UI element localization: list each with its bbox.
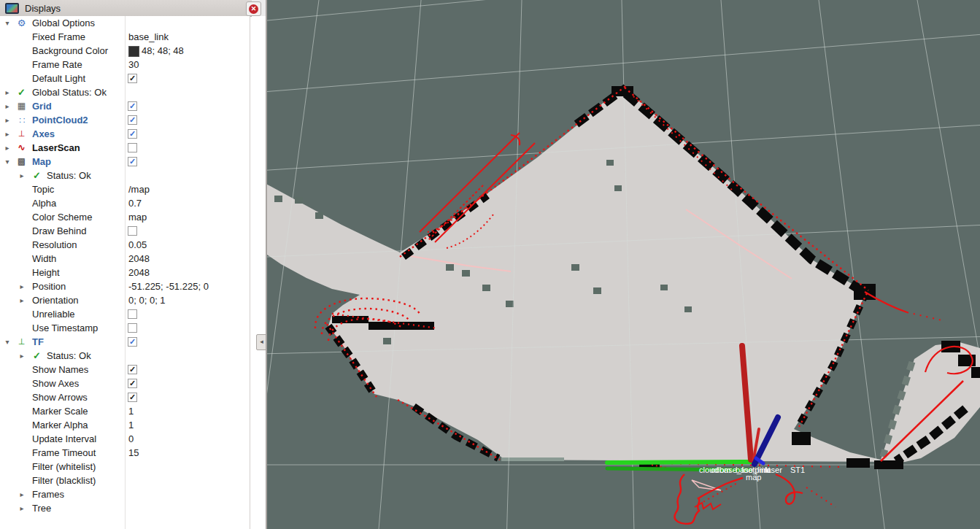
color-swatch[interactable] — [128, 46, 139, 57]
property-value-cell[interactable]: 0.05 — [126, 238, 248, 252]
property-value-cell[interactable] — [126, 169, 248, 182]
expand-arrow-icon[interactable]: ▸ — [18, 169, 26, 182]
property-row-show-axes[interactable]: Show Axes✓ — [0, 377, 250, 390]
property-row-tf[interactable]: ▾⟂TF✓ — [0, 335, 250, 349]
property-row-map[interactable]: ▾▩Map✓ — [0, 155, 250, 169]
panel-titlebar[interactable]: Displays — [0, 0, 252, 17]
property-value-cell[interactable]: ✓ — [126, 363, 248, 377]
property-row-tree[interactable]: ▸Tree — [0, 501, 250, 515]
property-value-cell[interactable]: 30 — [126, 58, 248, 72]
property-value-cell[interactable]: ✓ — [126, 127, 248, 141]
collapse-arrow-icon[interactable]: ▾ — [3, 335, 12, 349]
checkbox-checked[interactable]: ✓ — [128, 74, 137, 83]
property-value[interactable]: 2048 — [128, 266, 150, 279]
property-row-marker-scale[interactable]: Marker Scale1 — [0, 404, 250, 418]
property-row-pointcloud2[interactable]: ▸⸬PointCloud2✓ — [0, 113, 250, 127]
expand-arrow-icon[interactable]: ▸ — [18, 349, 26, 363]
property-row-color-scheme[interactable]: Color Schememap — [0, 210, 250, 224]
collapse-arrow-icon[interactable]: ▾ — [3, 16, 12, 30]
property-row-default-light[interactable]: Default Light✓ — [0, 72, 250, 85]
property-value-cell[interactable]: 2048 — [126, 266, 248, 279]
property-value-cell[interactable] — [126, 349, 248, 363]
property-value-cell[interactable]: ✓ — [126, 99, 248, 113]
property-row-filter-whitelist-[interactable]: Filter (whitelist) — [0, 460, 250, 474]
expand-arrow-icon[interactable]: ▸ — [18, 279, 26, 293]
property-value[interactable]: -51.225; -51.225; 0 — [128, 279, 209, 293]
property-row-show-names[interactable]: Show Names✓ — [0, 363, 250, 377]
property-value-cell[interactable] — [126, 141, 248, 155]
checkbox-unchecked[interactable] — [128, 143, 137, 152]
property-value-cell[interactable]: 0; 0; 0; 1 — [126, 293, 248, 307]
property-value[interactable]: 1 — [128, 418, 134, 432]
property-row-frame-timeout[interactable]: Frame Timeout15 — [0, 446, 250, 460]
property-value-cell[interactable] — [126, 224, 248, 238]
property-value-cell[interactable] — [126, 321, 248, 335]
checkbox-unchecked[interactable] — [128, 323, 137, 333]
expand-arrow-icon[interactable]: ▸ — [3, 85, 12, 99]
property-row-filter-blacklist-[interactable]: Filter (blacklist) — [0, 474, 250, 487]
property-row-draw-behind[interactable]: Draw Behind — [0, 224, 250, 238]
property-row-width[interactable]: Width2048 — [0, 252, 250, 266]
property-value-cell[interactable]: base_link — [126, 30, 248, 44]
expand-arrow-icon[interactable]: ▸ — [18, 293, 26, 307]
3d-viewport[interactable]: cloud odom base_footprint base_link lase… — [267, 0, 980, 529]
checkbox-checked[interactable]: ✓ — [128, 115, 137, 125]
property-row-background-color[interactable]: Background Color48; 48; 48 — [0, 44, 250, 58]
property-value-cell[interactable]: ✓ — [126, 335, 248, 349]
close-panel-button[interactable]: ✕ — [246, 1, 261, 16]
property-row-resolution[interactable]: Resolution0.05 — [0, 238, 250, 252]
property-row-frames[interactable]: ▸Frames — [0, 487, 250, 501]
property-value-cell[interactable]: 1 — [126, 404, 248, 418]
property-value-cell[interactable] — [126, 487, 248, 501]
property-value-cell[interactable] — [126, 85, 248, 99]
property-value-cell[interactable]: ✓ — [126, 72, 248, 85]
property-value[interactable]: 30 — [128, 58, 139, 72]
property-tree[interactable]: ▾⚙Global OptionsFixed Framebase_linkBack… — [0, 16, 250, 529]
property-row-status-ok[interactable]: ▸✓Status: Ok — [0, 169, 250, 182]
checkbox-unchecked[interactable] — [128, 226, 137, 236]
expand-arrow-icon[interactable]: ▸ — [3, 127, 12, 141]
checkbox-unchecked[interactable] — [128, 309, 137, 319]
property-row-frame-rate[interactable]: Frame Rate30 — [0, 58, 250, 72]
property-row-marker-alpha[interactable]: Marker Alpha1 — [0, 418, 250, 432]
property-value-cell[interactable]: ✓ — [126, 390, 248, 404]
checkbox-checked[interactable]: ✓ — [128, 393, 137, 402]
property-value-cell[interactable]: 2048 — [126, 252, 248, 266]
property-value-cell[interactable]: 1 — [126, 418, 248, 432]
property-row-global-options[interactable]: ▾⚙Global Options — [0, 16, 250, 30]
property-value[interactable]: 0 — [128, 432, 134, 446]
property-value[interactable]: /map — [128, 182, 150, 196]
property-value[interactable]: 2048 — [128, 252, 150, 266]
property-value[interactable]: 0; 0; 0; 1 — [128, 293, 166, 307]
property-row-show-arrows[interactable]: Show Arrows✓ — [0, 390, 250, 404]
property-row-grid[interactable]: ▸▦Grid✓ — [0, 99, 250, 113]
property-value[interactable]: base_link — [128, 30, 169, 44]
property-value-cell[interactable]: 0.7 — [126, 196, 248, 210]
property-value-cell[interactable]: 48; 48; 48 — [126, 44, 248, 58]
property-value[interactable]: 1 — [128, 404, 134, 418]
expand-arrow-icon[interactable]: ▸ — [18, 487, 26, 501]
property-row-global-status-ok[interactable]: ▸✓Global Status: Ok — [0, 85, 250, 99]
property-value-cell[interactable]: 15 — [126, 446, 248, 460]
property-value[interactable]: 0.05 — [128, 238, 147, 252]
property-value-cell[interactable]: 0 — [126, 432, 248, 446]
property-value-cell[interactable]: ✓ — [126, 113, 248, 127]
expand-arrow-icon[interactable]: ▸ — [18, 501, 26, 515]
checkbox-checked[interactable]: ✓ — [128, 101, 137, 111]
property-value-cell[interactable] — [126, 16, 248, 30]
property-row-height[interactable]: Height2048 — [0, 266, 250, 279]
property-value-cell[interactable] — [126, 460, 248, 474]
property-row-orientation[interactable]: ▸Orientation0; 0; 0; 1 — [0, 293, 250, 307]
property-value-cell[interactable] — [126, 307, 248, 321]
checkbox-checked[interactable]: ✓ — [128, 129, 137, 139]
property-row-topic[interactable]: Topic/map — [0, 182, 250, 196]
property-row-update-interval[interactable]: Update Interval0 — [0, 432, 250, 446]
property-row-laserscan[interactable]: ▸∿LaserScan — [0, 141, 250, 155]
property-row-use-timestamp[interactable]: Use Timestamp — [0, 321, 250, 335]
property-value-cell[interactable]: ✓ — [126, 155, 248, 169]
property-row-status-ok[interactable]: ▸✓Status: Ok — [0, 349, 250, 363]
property-value[interactable]: 0.7 — [128, 196, 142, 210]
property-value-cell[interactable] — [126, 501, 248, 515]
property-row-unreliable[interactable]: Unreliable — [0, 307, 250, 321]
property-value[interactable]: 15 — [128, 446, 139, 460]
